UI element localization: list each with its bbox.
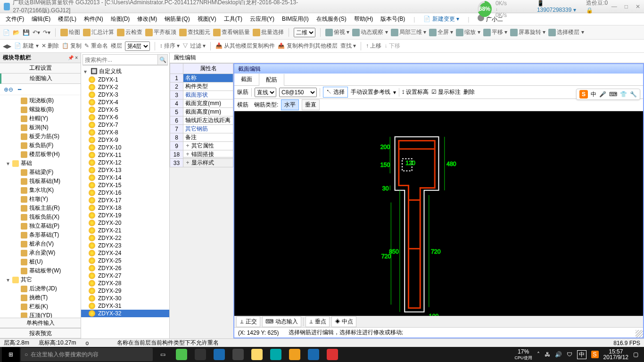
- search-button[interactable]: 🔍: [158, 54, 168, 65]
- copy-to-button[interactable]: 📤 复制构件到其他楼层: [278, 42, 337, 50]
- list-item[interactable]: ZDYX-26: [81, 264, 169, 272]
- tree-item[interactable]: 筏板基础(M): [0, 177, 81, 186]
- list-item[interactable]: ZDYX-21: [81, 227, 169, 234]
- list-item[interactable]: ZDYX-19: [81, 212, 169, 219]
- app-icon-4[interactable]: [286, 347, 304, 362]
- edge-icon[interactable]: [210, 347, 228, 362]
- maximize-button[interactable]: □: [625, 3, 628, 10]
- list-item[interactable]: ZDYX-18: [81, 204, 169, 212]
- tree-folder[interactable]: ▾基础: [0, 159, 81, 168]
- perp-snap-button[interactable]: ⊥ 垂点: [305, 316, 330, 327]
- moveup-button[interactable]: ↑ 上移: [366, 42, 381, 50]
- list-item[interactable]: ZDYX-6: [81, 114, 169, 121]
- collapse-icon[interactable]: ━: [18, 86, 21, 93]
- toolbtn[interactable]: 绘图: [60, 28, 80, 36]
- tree-item[interactable]: 基础板带(W): [0, 266, 81, 275]
- user-menu[interactable]: 广小二: [475, 13, 505, 25]
- nav-tab-settings[interactable]: 工程设置: [0, 63, 81, 74]
- tree-item[interactable]: 压顶(YD): [0, 311, 81, 318]
- menu-item[interactable]: 云应用(Y): [247, 14, 277, 25]
- new-doc-icon[interactable]: 📄: [3, 29, 10, 36]
- tray-ime[interactable]: 中: [577, 350, 586, 359]
- list-item[interactable]: ZDYX-5: [81, 106, 169, 114]
- menu-item[interactable]: 工具(T): [221, 14, 245, 25]
- menu-item[interactable]: 修改(M): [134, 14, 160, 25]
- expand-icon[interactable]: ⊕⊖: [4, 86, 13, 93]
- toggle-icon[interactable]: ◀▶: [3, 43, 11, 49]
- list-item[interactable]: ZDYX-23: [81, 242, 169, 249]
- ime-toolbar[interactable]: S中🎤⌨👕🔧: [576, 89, 640, 100]
- tray-sogou-icon[interactable]: S: [591, 351, 599, 358]
- list-item[interactable]: ZDYX-4: [81, 99, 169, 106]
- tree-item[interactable]: 后浇带(JD): [0, 284, 81, 293]
- tray-notif-icon[interactable]: ▢: [633, 351, 638, 358]
- nav-tab-draw[interactable]: 绘图输入: [0, 74, 81, 84]
- tree-item[interactable]: 板负筋(F): [0, 141, 81, 150]
- tree-item[interactable]: 集水坑(K): [0, 186, 81, 195]
- toolbtn[interactable]: 汇总计算: [83, 28, 114, 36]
- toolbtn[interactable]: 查找图元: [179, 28, 210, 36]
- toolbtn[interactable]: 缩放 ▾: [456, 28, 480, 36]
- toolbtn[interactable]: 平齐板顶: [145, 28, 176, 36]
- save-icon[interactable]: 💾: [23, 29, 30, 36]
- floor-select[interactable]: 第4层: [125, 41, 150, 51]
- tray-vol-icon[interactable]: 🔊: [555, 351, 562, 358]
- vertical-button[interactable]: 垂直: [302, 99, 320, 110]
- tree-item[interactable]: 基础梁(F): [0, 168, 81, 177]
- menu-item[interactable]: BIM应用(I): [279, 14, 312, 25]
- cpu-meter[interactable]: 17%CPU使用: [515, 349, 532, 361]
- list-item[interactable]: ZDYX-32: [81, 310, 169, 317]
- tree-item[interactable]: 筏板主筋(R): [0, 204, 81, 213]
- list-item[interactable]: ZDYX-27: [81, 272, 169, 280]
- search-input[interactable]: [83, 54, 158, 65]
- tab-rebar[interactable]: 配筋: [259, 74, 284, 86]
- tree-item[interactable]: 螺旋板(B): [0, 105, 81, 114]
- taskbar-search[interactable]: ○ 在这里输入你要搜索的内容: [21, 348, 153, 361]
- store-icon[interactable]: [229, 347, 247, 362]
- list-root[interactable]: ▾🔲 自定义线: [81, 67, 169, 76]
- toolbtn[interactable]: 选择楼层 ▾: [548, 28, 584, 36]
- toolbtn[interactable]: 查看钢筋量: [213, 28, 250, 36]
- toolbtn[interactable]: 俯视 ▾: [325, 28, 349, 36]
- start-button[interactable]: ⊞: [2, 347, 20, 362]
- toolbtn[interactable]: 动态观察 ▾: [352, 28, 388, 36]
- menu-item[interactable]: 帮助(H): [351, 14, 376, 25]
- taskview-icon[interactable]: ▭: [154, 347, 172, 362]
- list-item[interactable]: ZDYX-20: [81, 219, 169, 227]
- list-item[interactable]: ZDYX-24: [81, 249, 169, 257]
- prop-cell[interactable]: 其它钢筋: [183, 125, 233, 133]
- explorer-icon[interactable]: [248, 347, 266, 362]
- new-change-button[interactable]: 📄 新建变更 ▾: [421, 14, 462, 25]
- menu-item[interactable]: 楼层(L): [55, 14, 79, 25]
- prop-cell[interactable]: 名称: [183, 74, 233, 82]
- toolbtn[interactable]: 屏幕旋转 ▾: [510, 28, 545, 36]
- sort-button[interactable]: ↕ 排序 ▾: [160, 42, 180, 50]
- list-item[interactable]: ZDYX-30: [81, 295, 169, 302]
- tray-clock[interactable]: 15:572017/9/12: [603, 349, 628, 360]
- tree-item[interactable]: 栏板(K): [0, 302, 81, 311]
- prop-cell[interactable]: + 锚固搭接: [183, 150, 233, 159]
- app-icon-2[interactable]: [191, 347, 209, 362]
- app-icon-1[interactable]: [173, 347, 190, 362]
- list-item[interactable]: ZDYX-8: [81, 129, 169, 136]
- list-item[interactable]: ZDYX-15: [81, 181, 169, 189]
- rebar-spec-select[interactable]: C8@150: [279, 88, 317, 97]
- menu-item[interactable]: 编辑(E): [29, 14, 53, 25]
- menu-item[interactable]: 绘图(D): [108, 14, 133, 25]
- del-button[interactable]: ✕ 删除: [41, 42, 59, 50]
- prop-cell[interactable]: 截面形状: [183, 91, 233, 99]
- tree-item[interactable]: 桩(U): [0, 257, 81, 266]
- copy-button[interactable]: 📋 复制: [62, 42, 82, 50]
- prop-cell[interactable]: 截面高度(mm): [183, 108, 233, 116]
- menu-item[interactable]: 钢筋量(Q): [162, 14, 192, 25]
- delete-button[interactable]: 删除: [463, 88, 475, 96]
- tree-item[interactable]: 柱帽(Y): [0, 114, 81, 123]
- app-icon-3[interactable]: [267, 347, 285, 362]
- close-button[interactable]: ✕: [636, 3, 640, 10]
- copy-from-button[interactable]: 📥 从其他楼层复制构件: [215, 42, 275, 50]
- tray-lock-icon[interactable]: 🛡: [567, 351, 572, 358]
- menu-item[interactable]: 版本号(B): [378, 14, 408, 25]
- movedown-button[interactable]: ↓ 下移: [384, 42, 400, 50]
- list-item[interactable]: ZDYX-9: [81, 136, 169, 144]
- toolbtn[interactable]: 批量选择: [253, 28, 284, 36]
